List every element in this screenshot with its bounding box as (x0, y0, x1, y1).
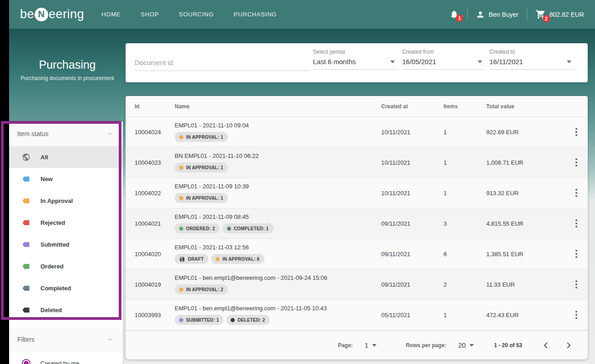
sidebar-item-submitted[interactable]: Submitted (9, 233, 123, 255)
nav-item-home[interactable]: HOME (101, 11, 121, 18)
page-subtitle: Purchasing documents in procurement (9, 75, 126, 81)
status-chip-label: ORDERED: 2 (186, 226, 215, 231)
sidebar-item-rejected[interactable]: Rejected (9, 212, 123, 233)
user-menu-button[interactable]: Ben Buyer (476, 10, 518, 19)
sidebar-item-deleted[interactable]: Deleted (9, 299, 123, 321)
previous-page-button[interactable] (540, 340, 551, 351)
sidebar-item-new[interactable]: New (9, 168, 123, 190)
documents-table-card: IdNameCreated atItemsTotal value 1000402… (126, 96, 588, 359)
created-from-label: Created from (402, 49, 484, 55)
sidebar-item-label: New (40, 176, 53, 182)
row-name-cell: EMPL01 - 2021-11-10 09:04 IN APPROVAL: 1 (175, 122, 381, 142)
row-created-at: 09/11/2021 (381, 220, 444, 227)
row-actions-menu-icon[interactable] (573, 278, 580, 291)
row-name: EMPL01 - ben.empl1@beneering.com - 2021-… (175, 274, 377, 281)
table-row[interactable]: 10004024 EMPL01 - 2021-11-10 09:04 IN AP… (126, 117, 588, 147)
nav-item-sourcing[interactable]: SOURCING (179, 11, 213, 18)
sidebar-item-ordered[interactable]: Ordered (9, 255, 123, 277)
dropdown-arrow-icon (478, 61, 482, 63)
nav-item-purchasing[interactable]: PURCHASING (234, 11, 277, 18)
table-row[interactable]: 10003993 EMPL01 - ben.empl1@beneering.co… (126, 300, 588, 330)
table-row[interactable]: 10004019 EMPL01 - ben.empl1@beneering.co… (126, 269, 588, 300)
status-chip-label: IN APPROVAL: 2 (186, 287, 223, 292)
row-created-at: 10/11/2021 (381, 129, 444, 136)
created-from-select[interactable]: 16/05/2021 (402, 58, 484, 70)
sidebar-item-label: Ordered (40, 263, 64, 270)
sidebar-item-completed[interactable]: Completed (9, 277, 123, 299)
item-status-header[interactable]: Item status (9, 121, 123, 146)
row-name: EMPL01 - 2021-11-10 09:04 (175, 122, 377, 129)
row-chips: IN APPROVAL: 1 (175, 193, 377, 203)
nav-divider (467, 9, 468, 20)
status-chip-label: IN APPROVAL: 1 (186, 165, 223, 170)
document-id-input[interactable] (135, 57, 309, 71)
beneering-logo[interactable]: be N eering (20, 7, 84, 21)
cart-button[interactable]: 2 802.82 EUR (535, 9, 584, 20)
filters-header[interactable]: Filters (9, 327, 123, 352)
row-created-at: 09/11/2021 (381, 251, 444, 258)
row-name-cell: EMPL01 - ben.empl1@beneering.com - 2021-… (175, 274, 381, 294)
row-id: 10004020 (135, 251, 175, 258)
created-to-select[interactable]: 16/11/2021 (489, 58, 573, 70)
status-dot-icon (179, 166, 183, 170)
tag-icon (22, 284, 30, 293)
purchasing-page: be N eering HOMESHOPSOURCINGPURCHASING 1… (0, 0, 595, 364)
tag-icon (22, 175, 30, 183)
row-created-at: 09/11/2021 (381, 281, 444, 288)
sidebar-item-label: Rejected (40, 219, 65, 226)
item-status-title: Item status (17, 130, 48, 137)
row-items: 1 (444, 129, 486, 136)
row-name: EMPL01 - 2021-11-09 10:39 (175, 183, 377, 190)
rows-per-page-label: Rows per page: (406, 342, 446, 349)
sidebar-item-all[interactable]: All (9, 146, 123, 168)
period-label: Select period (313, 49, 397, 55)
period-select[interactable]: Last 6 months (313, 58, 397, 70)
row-actions-menu-icon[interactable] (573, 217, 580, 230)
tag-icon (22, 306, 30, 314)
rows-per-page-select[interactable]: 20 (458, 341, 476, 349)
sidebar-item-label: Deleted (40, 307, 62, 313)
notifications-button[interactable]: 1 (449, 10, 459, 19)
row-items: 1 (444, 190, 486, 197)
sidebar-item-in-approval[interactable]: In Approval (9, 190, 123, 212)
pagination-range: 1 - 20 of 53 (494, 342, 522, 349)
row-actions-menu-icon[interactable] (573, 125, 580, 139)
next-page-button[interactable] (563, 340, 574, 351)
status-dot-icon (227, 227, 231, 231)
status-chip-label: IN APPROVAL: 6 (222, 257, 260, 262)
row-total-value: 4,815.55 EUR (486, 220, 565, 227)
status-chip: DRAFT (175, 254, 208, 264)
logo-prefix: be (20, 7, 34, 21)
hero: Purchasing Purchasing documents in procu… (9, 58, 126, 81)
status-dot-icon (216, 257, 220, 261)
row-actions-menu-icon[interactable] (573, 308, 580, 322)
page-select[interactable]: 1 (365, 341, 378, 349)
row-chips: IN APPROVAL: 2 (175, 284, 377, 294)
dropdown-arrow-icon (372, 344, 377, 347)
nav-item-shop[interactable]: SHOP (141, 11, 159, 18)
row-chips: SUBMITTED: 1 DELETED: 2 (175, 315, 377, 325)
column-header-name: Name (175, 103, 381, 110)
filters-list: Created by me (9, 352, 123, 364)
row-items: 3 (444, 220, 486, 227)
column-header-items: Items (444, 103, 486, 110)
table-row[interactable]: 10004020 EMPL01 - 2021-11-03 12:56 DRAFT… (126, 239, 588, 269)
row-actions-menu-icon[interactable] (573, 186, 580, 200)
sidebar-item-label: Completed (40, 285, 71, 292)
row-actions-menu-icon[interactable] (573, 247, 580, 261)
table-row[interactable]: 10004022 EMPL01 - 2021-11-09 10:39 IN AP… (126, 178, 588, 208)
status-chip-label: DELETED: 2 (237, 318, 265, 323)
row-chips: ORDERED: 2 COMPLETED: 1 (175, 223, 377, 233)
table-row[interactable]: 10004023 BN EMPL01 - 2021-11-10 06:22 IN… (126, 147, 588, 178)
row-name-cell: EMPL01 - ben.empl1@beneering.com - 2021-… (175, 305, 381, 325)
left-black-gutter (0, 0, 9, 364)
row-name: EMPL01 - ben.empl1@beneering.com - 2021-… (175, 305, 377, 312)
row-actions-menu-icon[interactable] (573, 156, 580, 169)
status-chip-label: SUBMITTED: 1 (186, 318, 219, 323)
table-pagination: Page: 1 Rows per page: 20 1 - 20 of 53 (126, 330, 588, 359)
row-items: 2 (444, 281, 486, 288)
row-items: 1 (444, 312, 486, 318)
row-total-value: 1,385.51 EUR (486, 251, 565, 258)
filter-option-created-by-me[interactable]: Created by me (9, 352, 123, 364)
table-row[interactable]: 10004021 EMPL01 - 2021-11-09 08:45 ORDER… (126, 208, 588, 239)
